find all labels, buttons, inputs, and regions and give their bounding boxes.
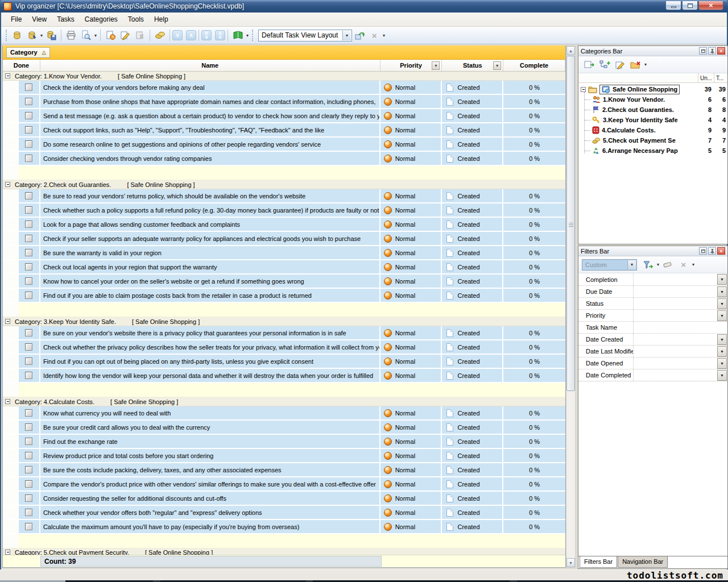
filter-dropdown-button[interactable]: ▼ [717,358,727,369]
filters-toolbar-dropdown[interactable]: ▾ [692,262,694,267]
print-icon[interactable] [64,28,78,42]
tab-filters-bar[interactable]: Filters Bar [580,556,617,568]
categories-toolbar-dropdown[interactable]: ▾ [644,62,647,67]
collapse-icon[interactable] [5,319,10,324]
group-by-category-button[interactable]: Category △ [6,47,50,58]
edit-task-icon[interactable] [118,28,133,42]
filter-value-field[interactable] [634,369,727,381]
category-tree-item[interactable]: 3.Keep Your Identity Safe 4 4 [578,115,727,125]
task-row[interactable]: Be sure on your vendor's website there i… [3,326,565,340]
filter-dropdown-button[interactable]: ▼ [717,346,727,357]
task-row[interactable]: Know what currency you will need to deal… [3,406,565,421]
toolbar-grip[interactable] [6,30,7,41]
add-category-icon[interactable] [582,58,597,72]
scrollbar-thumb[interactable] [566,56,575,391]
category-tree-item[interactable]: 1.Know Your Vendor. 6 6 [578,94,727,105]
done-checkbox[interactable] [25,155,32,162]
task-view-layout-combo[interactable]: Default Task View Layout ▾ [258,30,352,41]
menu-item-help[interactable]: Help [149,13,173,26]
task-list-scrollbar[interactable]: ▲ ▼ [566,45,576,568]
filter-dropdown-button[interactable]: ▼ [717,370,727,381]
done-checkbox[interactable] [25,423,32,431]
clear-filter-icon[interactable] [660,258,676,272]
filter-dropdown-button[interactable]: ▼ [717,298,727,309]
move-down-icon[interactable]: ∨ [172,30,183,40]
done-checkbox[interactable] [25,509,32,516]
column-header-done[interactable]: Done [3,60,40,71]
done-checkbox[interactable] [25,452,32,459]
done-checkbox[interactable] [25,466,32,473]
add-subcategory-icon[interactable] [597,58,613,72]
minimize-button[interactable] [665,1,681,10]
filter-value-field[interactable] [634,322,727,333]
column-uncompleted[interactable]: Un... [698,73,714,82]
notes-dropdown[interactable]: ▾ [246,33,249,38]
print-dropdown[interactable]: ▾ [94,33,97,38]
move-to-bottom-icon[interactable]: ∨∨ [201,30,212,40]
delete-task-icon[interactable] [133,28,147,42]
category-tree-item[interactable]: 5.Check out Payment Se 7 7 [578,135,727,146]
done-checkbox[interactable] [25,523,32,530]
done-checkbox[interactable] [25,277,32,285]
assign-resource-icon[interactable] [152,28,167,42]
done-checkbox[interactable] [25,235,32,242]
combo-dropdown-icon[interactable]: ▾ [627,260,636,269]
category-group-header[interactable]: Category: 3.Keep Your Identity Safe. [ S… [3,317,565,326]
task-row[interactable]: Be sure the costs include packing, deliv… [3,463,565,477]
done-checkbox[interactable] [25,126,32,134]
task-row[interactable]: Find out if you can opt out of being pla… [3,355,565,369]
category-tree-item[interactable]: 4.Calculate Costs. 9 9 [578,125,727,135]
notes-icon[interactable] [230,28,245,42]
filter-value-field[interactable] [634,286,727,297]
filter-preset-combo[interactable]: Custom ▾ [582,259,637,271]
task-row[interactable]: Check whether your vendor offers both "r… [3,506,565,520]
column-header-name[interactable]: Name [40,60,380,71]
done-checkbox[interactable] [25,292,32,299]
task-row[interactable]: Do some research online to get suggestio… [3,138,565,152]
task-row[interactable]: Consider checking vendors through vendor… [3,152,565,166]
status-filter-dropdown[interactable]: ▼ [493,61,501,70]
collapse-icon[interactable] [5,550,10,555]
filter-dropdown-button[interactable]: ▼ [717,310,727,321]
panel-pin-button[interactable] [708,47,716,55]
task-row[interactable]: Identify how long the vendor will keep y… [3,369,565,383]
filter-dropdown-button[interactable]: ▼ [717,286,727,297]
done-checkbox[interactable] [25,329,32,336]
task-row[interactable]: Look for a page that allows sending cust… [3,218,565,232]
done-checkbox[interactable] [25,409,32,417]
new-task-icon[interactable] [103,28,118,42]
category-group-header-partial[interactable]: Category: 5.Check out Payment Security. … [3,548,565,555]
done-checkbox[interactable] [25,438,32,445]
task-row[interactable]: Purchase from those online shops that ha… [3,95,565,109]
menu-item-tasks[interactable]: Tasks [52,13,80,26]
done-checkbox[interactable] [25,494,32,502]
category-group-header[interactable]: Category: 2.Check out Guaranties. [ Safe… [3,180,565,189]
task-row[interactable]: Check out support links, such as "Help",… [3,123,565,138]
panel-pin-button[interactable] [708,247,716,255]
panel-close-button[interactable]: × [717,247,725,255]
reset-layout-icon[interactable]: × [367,28,382,42]
apply-filter-icon[interactable] [640,258,656,272]
collapse-icon[interactable] [581,87,586,92]
filter-value-field[interactable] [634,310,727,321]
scroll-down-button[interactable]: ▼ [566,558,575,567]
filter-value-field[interactable] [634,357,727,369]
done-checkbox[interactable] [25,372,32,379]
apply-layout-icon[interactable] [352,28,367,42]
new-database-icon[interactable] [10,28,24,42]
move-up-icon[interactable]: ∧ [186,30,196,40]
done-checkbox[interactable] [25,263,32,271]
menu-item-tools[interactable]: Tools [123,13,149,26]
edit-category-icon[interactable] [613,58,628,72]
done-checkbox[interactable] [25,480,32,488]
delete-category-icon[interactable] [628,58,643,72]
done-checkbox[interactable] [25,206,32,214]
print-preview-icon[interactable] [78,28,93,42]
done-checkbox[interactable] [25,192,32,199]
done-checkbox[interactable] [25,98,32,105]
task-row[interactable]: Be sure your credit card allows you to d… [3,421,565,435]
category-tree-item[interactable]: 6.Arrange Necessary Pap 5 5 [578,146,727,156]
task-row[interactable]: Review product price and total costs bef… [3,449,565,463]
menu-item-file[interactable]: File [6,13,27,26]
task-row[interactable]: Consider requesting the seller for addit… [3,492,565,506]
